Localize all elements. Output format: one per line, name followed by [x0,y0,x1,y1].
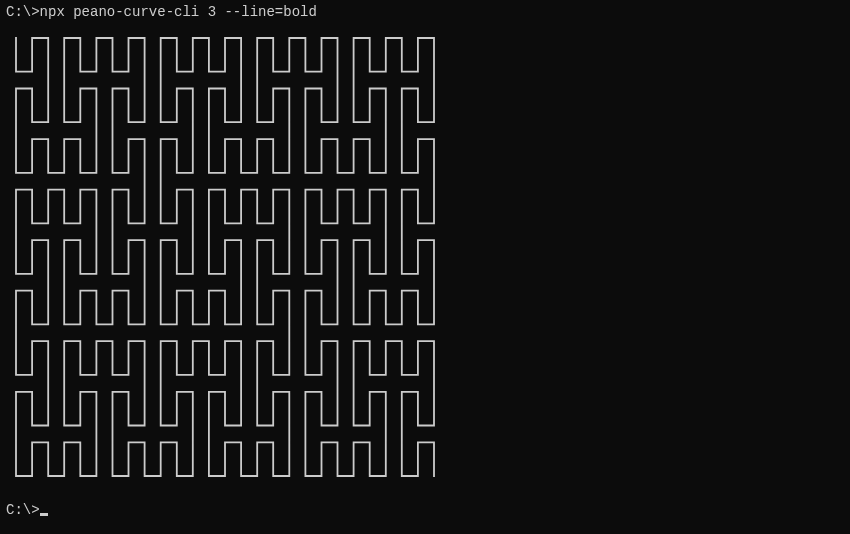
command-text: npx peano-curve-cli 3 --line=bold [40,4,317,20]
prompt-1: C:\> [6,4,40,20]
command-line-1: C:\> npx peano-curve-cli 3 --line=bold [6,4,844,22]
peano-curve-svg [10,32,440,482]
prompt-2: C:\> [6,502,40,518]
cursor [40,513,48,516]
command-line-2[interactable]: C:\> [6,502,844,520]
curve-output [10,32,844,482]
